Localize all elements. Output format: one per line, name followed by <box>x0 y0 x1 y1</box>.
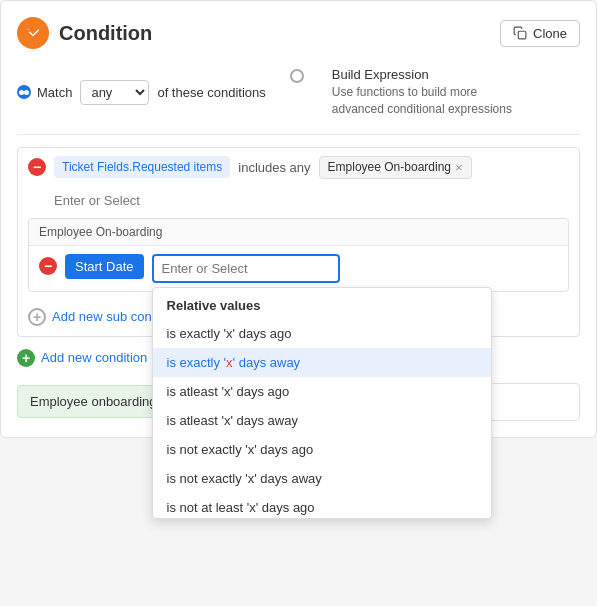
field-badge[interactable]: Ticket Fields.Requested items <box>54 156 230 178</box>
conditions-label: of these conditions <box>157 85 265 100</box>
header: Condition Clone <box>17 17 580 49</box>
match-radio-group[interactable]: Match <box>17 85 72 100</box>
svg-rect-0 <box>518 31 526 39</box>
operator-text: includes any <box>238 160 310 175</box>
dropdown-item[interactable]: is not exactly 'x' days ago <box>153 435 491 464</box>
remove-condition-button[interactable]: − <box>28 158 46 176</box>
add-condition-label: Add new condition <box>41 350 147 365</box>
condition-icon <box>17 17 49 49</box>
divider <box>17 134 580 135</box>
sub-enter-select-input[interactable] <box>152 254 340 283</box>
condition-top-row: − Ticket Fields.Requested items includes… <box>18 148 579 187</box>
sub-condition-block: Employee On-boarding − Start Date Relati… <box>28 218 569 292</box>
add-sub-icon: + <box>28 308 46 326</box>
enter-select-row <box>18 187 579 218</box>
dropdown-item[interactable]: is atleast 'x' days away <box>153 406 491 435</box>
enter-select-input[interactable] <box>54 193 569 208</box>
dropdown-wrapper: Relative values is exactly 'x' days ago … <box>152 254 558 283</box>
sub-row: − Start Date Relative values is exactly … <box>29 246 568 291</box>
add-condition-icon: + <box>17 349 35 367</box>
remove-value-button[interactable]: × <box>455 160 463 175</box>
dropdown-scroll[interactable]: Relative values is exactly 'x' days ago … <box>153 288 491 518</box>
match-row: Match any all of these conditions Build … <box>17 67 580 118</box>
dropdown-item-selected[interactable]: is exactly 'x' days away <box>153 348 491 377</box>
build-expression-radio[interactable] <box>290 69 304 83</box>
dropdown-item[interactable]: is not at least 'x' days ago <box>153 493 491 518</box>
match-label: Match <box>37 85 72 100</box>
dropdown-item[interactable]: is not exactly 'x' days away <box>153 464 491 493</box>
page-title: Condition <box>59 22 152 45</box>
sub-label: Employee On-boarding <box>29 219 568 246</box>
condition-panel: Condition Clone Match any all of these c… <box>0 0 597 438</box>
dropdown-section-label: Relative values <box>153 288 491 319</box>
condition-block: − Ticket Fields.Requested items includes… <box>17 147 580 337</box>
dropdown-item[interactable]: is atleast 'x' days ago <box>153 377 491 406</box>
value-badge: Employee On-boarding × <box>319 156 472 179</box>
match-select[interactable]: any all <box>80 80 149 105</box>
clone-button[interactable]: Clone <box>500 20 580 47</box>
header-left: Condition <box>17 17 152 49</box>
start-date-badge[interactable]: Start Date <box>65 254 144 279</box>
match-radio[interactable] <box>17 85 31 99</box>
remove-sub-condition-button[interactable]: − <box>39 257 57 275</box>
dropdown-panel: Relative values is exactly 'x' days ago … <box>152 287 492 519</box>
dropdown-item[interactable]: is exactly 'x' days ago <box>153 319 491 348</box>
build-expression: Build Expression Use functions to build … <box>332 67 532 118</box>
